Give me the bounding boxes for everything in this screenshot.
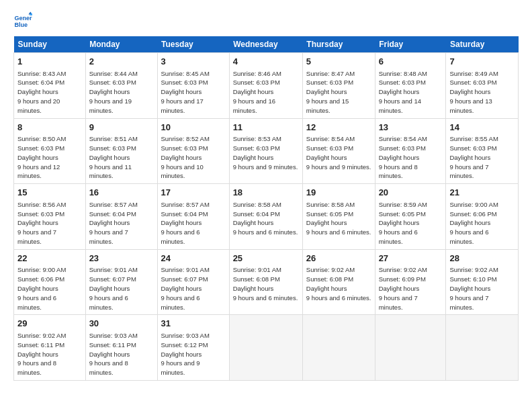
day-number: 13: [379, 122, 443, 134]
day-info: Sunrise: 8:54 AMSunset: 6:03 PMDaylight …: [379, 135, 427, 179]
day-info: Sunrise: 8:59 AMSunset: 6:05 PMDaylight …: [379, 201, 427, 245]
day-number: 30: [89, 318, 154, 330]
day-number: 17: [161, 187, 226, 199]
day-cell: 19Sunrise: 8:58 AMSunset: 6:05 PMDayligh…: [302, 184, 375, 250]
day-info: Sunrise: 8:58 AMSunset: 6:05 PMDaylight …: [306, 201, 371, 236]
day-info: Sunrise: 8:57 AMSunset: 6:04 PMDaylight …: [161, 201, 210, 245]
day-cell: 25Sunrise: 9:01 AMSunset: 6:08 PMDayligh…: [229, 249, 302, 315]
day-info: Sunrise: 9:03 AMSunset: 6:11 PMDaylight …: [89, 332, 138, 376]
col-header-saturday: Saturday: [446, 36, 519, 53]
day-number: 11: [233, 122, 299, 134]
day-number: 28: [449, 253, 515, 265]
col-header-friday: Friday: [375, 36, 446, 53]
day-number: 27: [379, 253, 443, 265]
day-number: 19: [306, 187, 371, 199]
day-info: Sunrise: 8:47 AMSunset: 6:03 PMDaylight …: [306, 70, 355, 114]
day-number: 10: [161, 122, 226, 134]
day-number: 3: [161, 56, 226, 68]
day-number: 6: [379, 56, 443, 68]
day-cell: 6Sunrise: 8:48 AMSunset: 6:03 PMDaylight…: [375, 53, 446, 119]
day-cell: 11Sunrise: 8:53 AMSunset: 6:03 PMDayligh…: [229, 118, 302, 184]
day-info: Sunrise: 8:43 AMSunset: 6:04 PMDaylight …: [17, 70, 66, 114]
svg-text:General: General: [14, 15, 32, 21]
week-row-1: 1Sunrise: 8:43 AMSunset: 6:04 PMDaylight…: [14, 53, 519, 119]
day-number: 12: [306, 122, 371, 134]
day-cell: 28Sunrise: 9:02 AMSunset: 6:10 PMDayligh…: [446, 249, 519, 315]
day-cell: 10Sunrise: 8:52 AMSunset: 6:03 PMDayligh…: [157, 118, 229, 184]
week-row-3: 15Sunrise: 8:56 AMSunset: 6:03 PMDayligh…: [14, 184, 519, 250]
header-row: SundayMondayTuesdayWednesdayThursdayFrid…: [14, 36, 519, 53]
day-info: Sunrise: 8:53 AMSunset: 6:03 PMDaylight …: [233, 135, 298, 170]
day-info: Sunrise: 9:02 AMSunset: 6:10 PMDaylight …: [449, 266, 498, 310]
col-header-monday: Monday: [85, 36, 157, 53]
day-cell: 21Sunrise: 9:00 AMSunset: 6:06 PMDayligh…: [446, 184, 519, 250]
day-cell: 24Sunrise: 9:01 AMSunset: 6:07 PMDayligh…: [157, 249, 229, 315]
svg-text:Blue: Blue: [14, 21, 28, 28]
day-info: Sunrise: 9:02 AMSunset: 6:08 PMDaylight …: [306, 266, 371, 301]
day-number: 5: [306, 56, 371, 68]
day-cell: 3Sunrise: 8:45 AMSunset: 6:03 PMDaylight…: [157, 53, 229, 119]
day-number: 31: [161, 318, 226, 330]
day-cell: 4Sunrise: 8:46 AMSunset: 6:03 PMDaylight…: [229, 53, 302, 119]
calendar-table: SundayMondayTuesdayWednesdayThursdayFrid…: [13, 36, 519, 381]
day-number: 4: [233, 56, 299, 68]
logo: General Blue: [13, 11, 35, 30]
day-number: 16: [89, 187, 154, 199]
day-info: Sunrise: 9:01 AMSunset: 6:08 PMDaylight …: [233, 266, 298, 301]
day-info: Sunrise: 9:02 AMSunset: 6:09 PMDaylight …: [379, 266, 427, 310]
day-cell: 2Sunrise: 8:44 AMSunset: 6:03 PMDaylight…: [85, 53, 157, 119]
day-info: Sunrise: 9:00 AMSunset: 6:06 PMDaylight …: [17, 266, 66, 310]
day-info: Sunrise: 8:58 AMSunset: 6:04 PMDaylight …: [233, 201, 298, 236]
day-number: 14: [449, 122, 515, 134]
day-number: 23: [89, 253, 154, 265]
day-cell: 1Sunrise: 8:43 AMSunset: 6:04 PMDaylight…: [14, 53, 86, 119]
day-info: Sunrise: 9:03 AMSunset: 6:12 PMDaylight …: [161, 332, 210, 376]
day-number: 21: [449, 187, 515, 199]
day-cell: 8Sunrise: 8:50 AMSunset: 6:03 PMDaylight…: [14, 118, 86, 184]
day-cell: 29Sunrise: 9:02 AMSunset: 6:11 PMDayligh…: [14, 315, 86, 381]
day-cell: [446, 315, 519, 381]
day-info: Sunrise: 9:02 AMSunset: 6:11 PMDaylight …: [17, 332, 66, 376]
week-row-5: 29Sunrise: 9:02 AMSunset: 6:11 PMDayligh…: [14, 315, 519, 381]
day-info: Sunrise: 8:49 AMSunset: 6:03 PMDaylight …: [449, 70, 498, 114]
day-cell: 22Sunrise: 9:00 AMSunset: 6:06 PMDayligh…: [14, 249, 86, 315]
day-cell: 9Sunrise: 8:51 AMSunset: 6:03 PMDaylight…: [85, 118, 157, 184]
day-cell: 14Sunrise: 8:55 AMSunset: 6:03 PMDayligh…: [446, 118, 519, 184]
day-number: 26: [306, 253, 371, 265]
day-number: 24: [161, 253, 226, 265]
day-number: 18: [233, 187, 299, 199]
day-info: Sunrise: 9:01 AMSunset: 6:07 PMDaylight …: [161, 266, 210, 310]
day-number: 9: [89, 122, 154, 134]
day-number: 15: [17, 187, 82, 199]
day-info: Sunrise: 8:56 AMSunset: 6:03 PMDaylight …: [17, 201, 66, 245]
logo-icon: General Blue: [13, 11, 32, 30]
day-cell: [375, 315, 446, 381]
day-cell: 7Sunrise: 8:49 AMSunset: 6:03 PMDaylight…: [446, 53, 519, 119]
day-info: Sunrise: 8:50 AMSunset: 6:03 PMDaylight …: [17, 135, 66, 179]
day-number: 1: [17, 56, 82, 68]
day-cell: 13Sunrise: 8:54 AMSunset: 6:03 PMDayligh…: [375, 118, 446, 184]
header: General Blue: [13, 11, 519, 30]
col-header-wednesday: Wednesday: [229, 36, 302, 53]
col-header-sunday: Sunday: [14, 36, 86, 53]
day-cell: 17Sunrise: 8:57 AMSunset: 6:04 PMDayligh…: [157, 184, 229, 250]
day-cell: 26Sunrise: 9:02 AMSunset: 6:08 PMDayligh…: [302, 249, 375, 315]
day-info: Sunrise: 8:45 AMSunset: 6:03 PMDaylight …: [161, 70, 210, 114]
day-number: 29: [17, 318, 82, 330]
day-number: 7: [449, 56, 515, 68]
day-info: Sunrise: 9:01 AMSunset: 6:07 PMDaylight …: [89, 266, 138, 310]
col-header-thursday: Thursday: [302, 36, 375, 53]
day-number: 22: [17, 253, 82, 265]
day-info: Sunrise: 8:54 AMSunset: 6:03 PMDaylight …: [306, 135, 371, 170]
day-info: Sunrise: 8:55 AMSunset: 6:03 PMDaylight …: [449, 135, 498, 179]
day-info: Sunrise: 9:00 AMSunset: 6:06 PMDaylight …: [449, 201, 498, 245]
day-info: Sunrise: 8:51 AMSunset: 6:03 PMDaylight …: [89, 135, 138, 179]
day-cell: 23Sunrise: 9:01 AMSunset: 6:07 PMDayligh…: [85, 249, 157, 315]
day-info: Sunrise: 8:52 AMSunset: 6:03 PMDaylight …: [161, 135, 210, 179]
day-cell: 31Sunrise: 9:03 AMSunset: 6:12 PMDayligh…: [157, 315, 229, 381]
day-cell: [229, 315, 302, 381]
day-cell: 18Sunrise: 8:58 AMSunset: 6:04 PMDayligh…: [229, 184, 302, 250]
day-cell: 16Sunrise: 8:57 AMSunset: 6:04 PMDayligh…: [85, 184, 157, 250]
day-cell: 27Sunrise: 9:02 AMSunset: 6:09 PMDayligh…: [375, 249, 446, 315]
day-cell: [302, 315, 375, 381]
